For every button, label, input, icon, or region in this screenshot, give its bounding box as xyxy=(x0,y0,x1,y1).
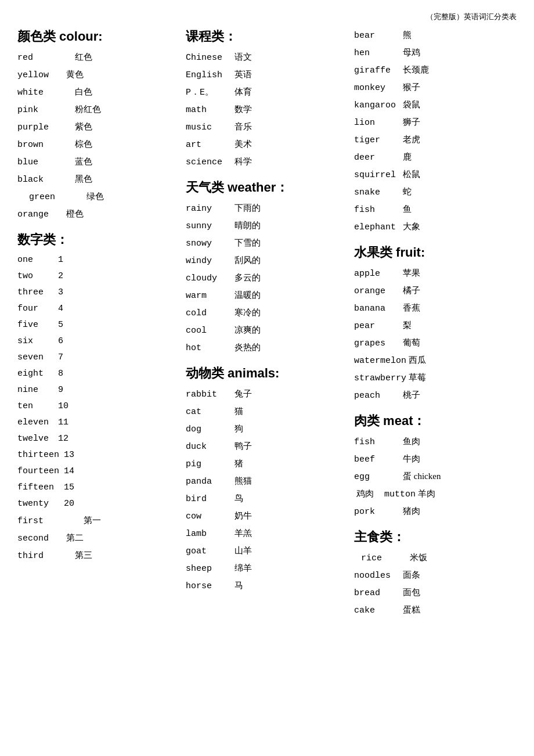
animal-chn-lion: 狮子 xyxy=(403,115,420,129)
fruit-chn-grapes: 葡萄 xyxy=(403,336,420,350)
num-eng-twelve: twelve xyxy=(17,432,58,446)
animal-eng-panda: panda xyxy=(186,475,232,489)
animal-eng-horse: horse xyxy=(186,579,232,593)
weather-chn-sunny: 晴朗的 xyxy=(234,218,261,232)
num-eng-nine: nine xyxy=(17,383,58,397)
course-eng-pe: P．E。 xyxy=(186,86,232,100)
animal-chn-rabbit: 兔子 xyxy=(234,387,252,401)
meat-eng-mutton: mutton xyxy=(384,488,416,502)
color-brown: brown 棕色 xyxy=(17,137,180,152)
fruit-eng-banana: banana xyxy=(354,302,400,316)
num-eng-fifteen: fifteen xyxy=(17,481,64,495)
animal-chn-cow: 奶牛 xyxy=(234,509,252,523)
num-val-eight: 8 xyxy=(58,367,81,381)
animal-dog: dog 狗 xyxy=(186,422,348,437)
fruit-chn-pear: 梨 xyxy=(403,318,412,332)
animal-eng-bear: bear xyxy=(354,29,400,43)
num-fifteen: fifteen 15 xyxy=(17,481,180,495)
num-val-two: 2 xyxy=(58,269,81,283)
column-1: 颜色类 colour: red 红色 yellow 黄色 white 白色 pi… xyxy=(17,28,186,566)
num-fourteen: fourteen 14 xyxy=(17,465,180,478)
animal-chn-bear: 熊 xyxy=(403,28,412,42)
num-eng-four: four xyxy=(17,302,58,316)
num-val-seven: 7 xyxy=(58,351,81,365)
num-two: two 2 xyxy=(17,269,180,283)
weather-eng-warm: warm xyxy=(186,289,232,303)
meat-chn-jiruo: 鸡肉 xyxy=(356,487,380,501)
color-blue: blue 蓝色 xyxy=(17,154,180,170)
weather-eng-sunny: sunny xyxy=(186,219,232,233)
num-val-twenty: 20 xyxy=(64,497,93,511)
course-chn-art: 美术 xyxy=(234,137,252,151)
color-chn-green: 绿色 xyxy=(78,189,104,203)
meat-chn-fish: 鱼肉 xyxy=(403,434,420,448)
fruit-chn-strawberry: 草莓 xyxy=(409,370,426,384)
num-chn-first: 第一 xyxy=(66,513,101,527)
animal-chn-giraffe: 长颈鹿 xyxy=(403,63,429,77)
weather-eng-rainy: rainy xyxy=(186,202,232,216)
color-chn-purple: 紫色 xyxy=(66,120,92,134)
num-eng-thirteen: thirteen xyxy=(17,448,64,462)
animal-section-title: 动物类 animals: xyxy=(186,365,348,382)
fruit-eng-orange: orange xyxy=(354,285,400,298)
animal-duck: duck 鸭子 xyxy=(186,439,348,454)
weather-chn-warm: 温暖的 xyxy=(234,288,261,302)
color-eng-black: black xyxy=(17,173,64,187)
meat-chn-beef: 牛肉 xyxy=(403,452,420,466)
course-section-title: 课程类： xyxy=(186,28,348,45)
meat-chn-pork: 猪肉 xyxy=(403,504,420,518)
animal-goat: goat 山羊 xyxy=(186,543,348,559)
num-eng-third: third xyxy=(17,549,64,563)
fruit-chn-banana: 香蕉 xyxy=(403,301,420,315)
column-2: 课程类： Chinese 语文 English 英语 P．E。 体育 math … xyxy=(186,28,354,596)
weather-rainy: rainy 下雨的 xyxy=(186,201,348,216)
animal-cow: cow 奶牛 xyxy=(186,509,348,524)
fruit-chn-watermelon: 西瓜 xyxy=(409,353,426,367)
num-eng-eleven: eleven xyxy=(17,416,58,430)
staple-eng-rice: rice xyxy=(361,552,407,566)
animal-sheep: sheep 绵羊 xyxy=(186,561,348,576)
animal-chn-monkey: 猴子 xyxy=(403,80,420,94)
staple-bread: bread 面包 xyxy=(354,585,517,600)
fruit-chn-apple: 苹果 xyxy=(403,266,420,280)
animal-eng-pig: pig xyxy=(186,458,232,471)
fruit-chn-orange: 橘子 xyxy=(403,283,420,297)
num-first: first 第一 xyxy=(17,513,180,528)
num-val-three: 3 xyxy=(58,286,81,300)
num-four: four 4 xyxy=(17,302,180,316)
weather-snowy: snowy 下雪的 xyxy=(186,236,348,251)
animal-eng-monkey: monkey xyxy=(354,81,400,95)
num-chn-third: 第三 xyxy=(66,548,92,562)
animal-eng-dog: dog xyxy=(186,423,232,437)
weather-chn-windy: 刮风的 xyxy=(234,253,261,267)
color-eng-blue: blue xyxy=(17,156,64,170)
animal-chn-kangaroo: 袋鼠 xyxy=(403,98,420,111)
meat-beef: beef 牛肉 xyxy=(354,452,517,467)
fruit-strawberry: strawberry 草莓 xyxy=(354,370,517,386)
weather-cold: cold 寒冷的 xyxy=(186,305,348,321)
num-val-thirteen: 13 xyxy=(64,448,93,462)
num-eng-eight: eight xyxy=(17,367,58,381)
num-val-five: 5 xyxy=(58,318,81,332)
weather-eng-snowy: snowy xyxy=(186,237,232,251)
fruit-grapes: grapes 葡萄 xyxy=(354,336,517,351)
animal-eng-cat: cat xyxy=(186,405,232,419)
animal-horse: horse 马 xyxy=(186,578,348,593)
animal-pig: pig 猪 xyxy=(186,456,348,471)
color-eng-red: red xyxy=(17,51,64,65)
num-eng-one: one xyxy=(17,253,58,267)
animal-panda: panda 熊猫 xyxy=(186,474,348,489)
animal-tiger: tiger 老虎 xyxy=(354,132,517,147)
staple-noodles: noodles 面条 xyxy=(354,568,517,583)
course-english: English 英语 xyxy=(186,67,348,82)
fruit-eng-apple: apple xyxy=(354,267,400,281)
animal-chn-deer: 鹿 xyxy=(403,150,412,164)
course-eng-english: English xyxy=(186,69,232,82)
weather-cool: cool 凉爽的 xyxy=(186,323,348,338)
animal-deer: deer 鹿 xyxy=(354,150,517,165)
animal-eng-rabbit: rabbit xyxy=(186,388,232,402)
animal-chn-bird: 鸟 xyxy=(234,491,243,505)
animal-lion: lion 狮子 xyxy=(354,115,517,130)
meat-eng-fish: fish xyxy=(354,435,400,449)
num-eng-two: two xyxy=(17,269,58,283)
